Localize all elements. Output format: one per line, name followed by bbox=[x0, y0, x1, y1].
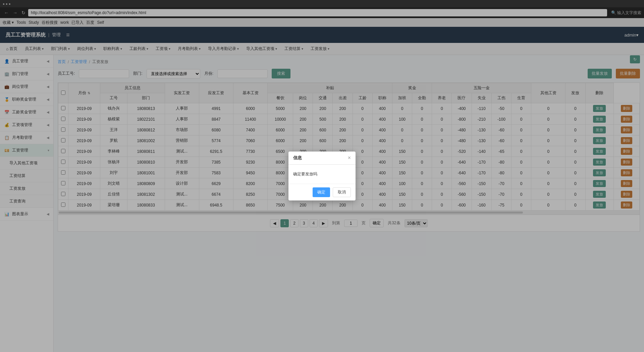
modal-footer: 确定 取消 bbox=[288, 184, 356, 200]
confirm-modal: 信息 × 确定要发放吗 确定 取消 bbox=[288, 152, 356, 200]
modal-close-btn[interactable]: × bbox=[348, 155, 351, 161]
modal-cancel-btn[interactable]: 取消 bbox=[333, 187, 351, 197]
modal-title: 信息 bbox=[293, 155, 302, 161]
modal-confirm-btn[interactable]: 确定 bbox=[313, 187, 330, 197]
modal-overlay: 信息 × 确定要发放吗 确定 取消 bbox=[0, 0, 644, 352]
modal-message: 确定要发放吗 bbox=[293, 172, 317, 176]
modal-header: 信息 × bbox=[288, 152, 356, 165]
modal-body: 确定要发放吗 bbox=[288, 165, 356, 184]
